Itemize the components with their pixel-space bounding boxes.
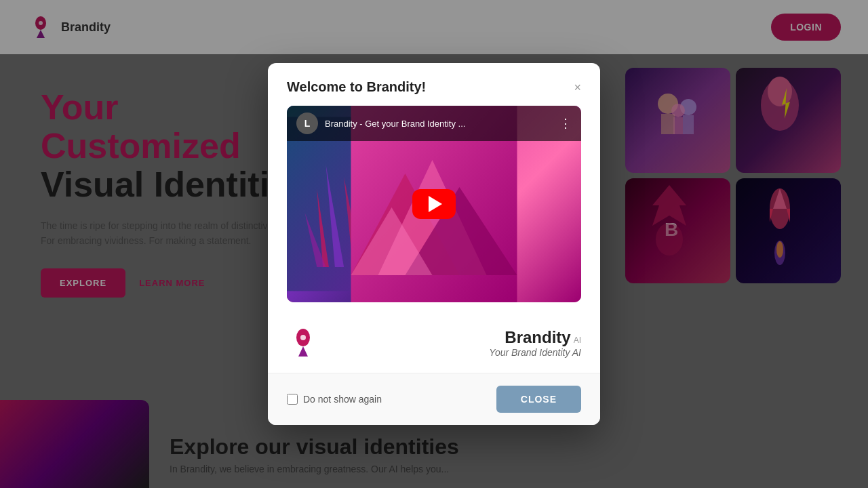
- video-thumbnail: L Brandity - Get your Brand Identity ...…: [287, 106, 581, 302]
- modal-dialog: Welcome to Brandity! ×: [268, 63, 600, 425]
- modal-brand-name: Brandity AI: [489, 328, 581, 347]
- video-channel-avatar: L: [296, 113, 318, 134]
- modal-brand-name-text: Brandity: [505, 328, 570, 347]
- modal-header: Welcome to Brandity! ×: [268, 63, 600, 106]
- video-title-text: Brandity - Get your Brand Identity ...: [325, 119, 465, 129]
- modal-brand-tagline: Your Brand Identity AI: [489, 347, 581, 358]
- video-channel-info: L Brandity - Get your Brand Identity ...: [296, 113, 465, 134]
- modal-overlay: Welcome to Brandity! ×: [0, 0, 868, 488]
- modal-title: Welcome to Brandity!: [287, 79, 426, 95]
- play-triangle-icon: [429, 196, 442, 212]
- video-top-bar: L Brandity - Get your Brand Identity ...…: [287, 106, 581, 141]
- do-not-show-checkbox[interactable]: [287, 394, 298, 405]
- modal-brand-text: Brandity AI Your Brand Identity AI: [489, 328, 581, 358]
- video-menu-icon[interactable]: ⋮: [559, 116, 572, 131]
- modal-brand-logo-icon: [287, 327, 319, 359]
- modal-brand-ai-label: AI: [574, 336, 581, 345]
- modal-brand-section: Brandity AI Your Brand Identity AI: [268, 316, 600, 373]
- do-not-show-label[interactable]: Do not show again: [287, 394, 382, 405]
- close-button[interactable]: CLOSE: [496, 386, 581, 413]
- video-play-button[interactable]: [412, 189, 456, 219]
- do-not-show-text: Do not show again: [303, 394, 382, 405]
- modal-close-x-button[interactable]: ×: [574, 81, 581, 94]
- video-container[interactable]: L Brandity - Get your Brand Identity ...…: [287, 106, 581, 302]
- svg-point-37: [300, 335, 306, 340]
- svg-marker-36: [298, 346, 308, 357]
- modal-footer: Do not show again CLOSE: [268, 373, 600, 425]
